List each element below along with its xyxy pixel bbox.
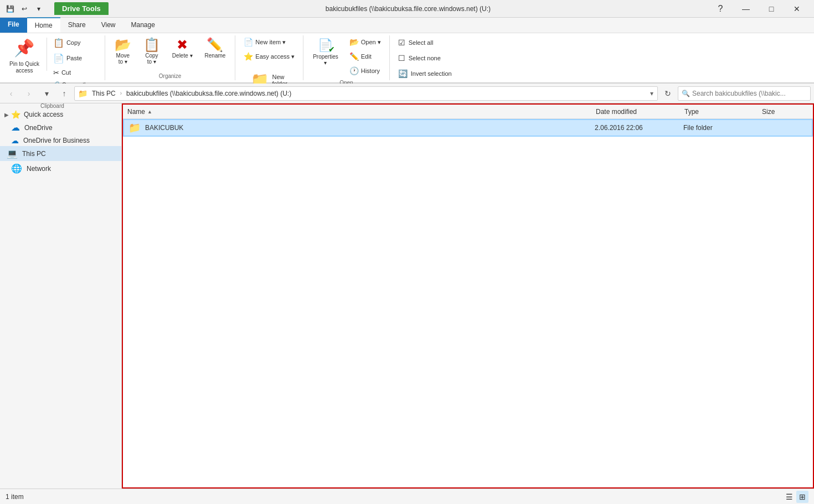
invert-icon: 🔄 xyxy=(398,69,408,78)
tab-manage[interactable]: Manage xyxy=(123,18,163,33)
save-icon[interactable]: 💾 xyxy=(4,3,16,14)
search-icon: 🔍 xyxy=(682,90,690,97)
address-dropdown-button[interactable]: ▾ xyxy=(646,90,657,97)
sidebar-onedrive-business[interactable]: ☁ OneDrive for Business xyxy=(0,134,121,146)
this-pc-icon: 💻 xyxy=(7,148,18,159)
refresh-button[interactable]: ↻ xyxy=(660,86,676,101)
select-all-label: Select all xyxy=(409,39,434,46)
view-icons: ☰ ⊞ xyxy=(783,491,808,503)
new-item-button[interactable]: 📄 New item ▾ xyxy=(240,35,298,49)
forward-button[interactable]: › xyxy=(21,86,37,101)
properties-check-icon: ✔ xyxy=(328,45,335,54)
copy-to-button[interactable]: 📋 Copyto ▾ xyxy=(138,35,165,67)
address-input-wrapper[interactable]: 📁 This PC › bakicubukfiles (\\bakicubuks… xyxy=(74,86,658,101)
file-list-header: Name ▲ Date modified Type Size xyxy=(123,105,813,119)
breadcrumb-drive[interactable]: bakicubukfiles (\\bakicubuksa.file.core.… xyxy=(124,89,293,98)
back-button[interactable]: ‹ xyxy=(3,86,19,101)
main-body: ▶ ⭐ Quick access ☁ OneDrive ☁ OneDrive f… xyxy=(0,103,814,489)
network-label: Network xyxy=(27,165,51,173)
breadcrumb-thispc[interactable]: This PC xyxy=(90,89,118,98)
details-view-button[interactable]: ⊞ xyxy=(796,491,808,503)
file-list-body: 📁 BAKICUBUK 2.06.2016 22:06 File folder xyxy=(123,119,813,487)
close-button[interactable]: ✕ xyxy=(784,0,810,18)
breadcrumb-area: 📁 This PC › bakicubukfiles (\\bakicubuks… xyxy=(75,89,646,98)
this-pc-label: This PC xyxy=(22,150,46,158)
sidebar-this-pc[interactable]: 💻 This PC xyxy=(0,146,121,161)
file-type: File folder xyxy=(683,124,713,132)
col-name-header[interactable]: Name ▲ xyxy=(123,105,591,119)
recent-locations-button[interactable]: ▾ xyxy=(39,86,54,101)
select-none-button[interactable]: ☐ Select none xyxy=(394,51,445,65)
col-size-header[interactable]: Size xyxy=(758,105,813,119)
col-date-header[interactable]: Date modified xyxy=(591,105,680,119)
invert-selection-button[interactable]: 🔄 Invert selection xyxy=(394,66,456,81)
tab-share[interactable]: Share xyxy=(60,18,94,33)
pin-icon: 📌 xyxy=(14,38,34,58)
folder-icon: 📁 xyxy=(78,89,87,98)
edit-button[interactable]: ✏️ Edit xyxy=(346,50,385,63)
onedrive-label: OneDrive xyxy=(24,124,53,132)
pin-to-quick-access-button[interactable]: 📌 Pin to Quickaccess xyxy=(4,35,44,77)
file-date-cell: 2.06.2016 22:06 xyxy=(590,119,679,137)
table-row[interactable]: 📁 BAKICUBUK 2.06.2016 22:06 File folder xyxy=(123,119,813,137)
minimize-button[interactable]: — xyxy=(733,0,759,18)
file-name-cell: 📁 BAKICUBUK xyxy=(124,119,590,137)
move-to-button[interactable]: 📂 Moveto ▾ xyxy=(110,35,136,67)
tab-home[interactable]: Home xyxy=(27,17,60,33)
cut-button[interactable]: ✂ Cut xyxy=(49,66,100,79)
app-window: bakicubukbakicubukbakicubukbakicubukbaki… xyxy=(0,0,814,504)
customize-icon[interactable]: ▾ xyxy=(33,3,44,14)
paste-button[interactable]: 📄 Paste xyxy=(49,51,100,65)
status-count: 1 item xyxy=(6,493,24,501)
delete-button[interactable]: ✖ Delete ▾ xyxy=(167,35,198,61)
tab-view[interactable]: View xyxy=(94,18,123,33)
quick-access-label: Quick access xyxy=(24,111,63,118)
col-type-header[interactable]: Type xyxy=(680,105,758,119)
history-button[interactable]: 🕐 History xyxy=(346,64,385,77)
copy-label: Copy xyxy=(66,39,81,46)
ribbon: File Home Share View Manage 📌 Pin to Qui… xyxy=(0,18,814,84)
new-items: 📄 New item ▾ ⭐ Easy access ▾ 📁 Newfolder xyxy=(240,35,298,91)
undo-icon[interactable]: ↩ xyxy=(19,3,30,14)
pin-label: Pin to Quickaccess xyxy=(9,61,39,74)
sidebar-onedrive[interactable]: ☁ OneDrive xyxy=(0,120,121,134)
ribbon-content: 📌 Pin to Quickaccess 📋 Copy 📄 Paste xyxy=(0,33,814,83)
list-view-button[interactable]: ☰ xyxy=(783,491,795,503)
window-title: bakicubukfiles (\\bakicubuksa.file.core.… xyxy=(109,5,708,13)
sidebar-network[interactable]: 🌐 Network xyxy=(0,161,121,175)
invert-label: Invert selection xyxy=(411,70,452,77)
drive-tools-tab[interactable]: Drive Tools xyxy=(54,2,109,15)
history-label: History xyxy=(361,67,380,74)
search-input[interactable] xyxy=(692,90,807,97)
easy-access-icon: ⭐ xyxy=(244,52,253,61)
open-button[interactable]: 📂 Open ▾ xyxy=(346,35,385,49)
file-type-cell: File folder xyxy=(679,119,756,137)
select-all-icon: ☑ xyxy=(398,38,405,47)
select-items: ☑ Select all ☐ Select none 🔄 Invert sele… xyxy=(394,35,456,81)
file-content-bordered: Name ▲ Date modified Type Size xyxy=(122,103,814,489)
easy-access-button[interactable]: ⭐ Easy access ▾ xyxy=(240,50,298,63)
select-all-button[interactable]: ☑ Select all xyxy=(394,35,437,50)
divider1 xyxy=(47,38,47,71)
sort-asc-icon: ▲ xyxy=(147,109,152,115)
status-bar: 1 item ☰ ⊞ xyxy=(0,489,814,504)
search-box[interactable]: 🔍 xyxy=(678,86,811,101)
onedrive-business-icon: ☁ xyxy=(11,136,19,145)
new-item-icon: 📄 xyxy=(244,38,253,46)
tab-file[interactable]: File xyxy=(0,18,27,33)
help-button[interactable]: ? xyxy=(708,0,733,18)
properties-label: Properties▾ xyxy=(313,54,338,66)
paste-icon: 📄 xyxy=(53,53,64,64)
folder-icon: 📁 xyxy=(128,122,141,134)
properties-button[interactable]: 📄 ✔ Properties▾ xyxy=(308,35,343,69)
properties-icon-wrap: 📄 ✔ xyxy=(318,38,333,53)
up-button[interactable]: ↑ xyxy=(56,86,72,101)
rename-button[interactable]: ✏️ Rename xyxy=(200,35,231,61)
copy-button[interactable]: 📋 Copy xyxy=(49,35,100,50)
col-name-label: Name xyxy=(127,108,145,116)
move-to-label: Moveto ▾ xyxy=(116,53,130,65)
title-bar-quick-icons: 💾 ↩ ▾ xyxy=(4,3,44,14)
organize-label: Organize xyxy=(110,72,231,80)
maximize-button[interactable]: □ xyxy=(759,0,784,18)
open-items: 📄 ✔ Properties▾ 📂 Open ▾ ✏️ Edi xyxy=(308,35,385,77)
